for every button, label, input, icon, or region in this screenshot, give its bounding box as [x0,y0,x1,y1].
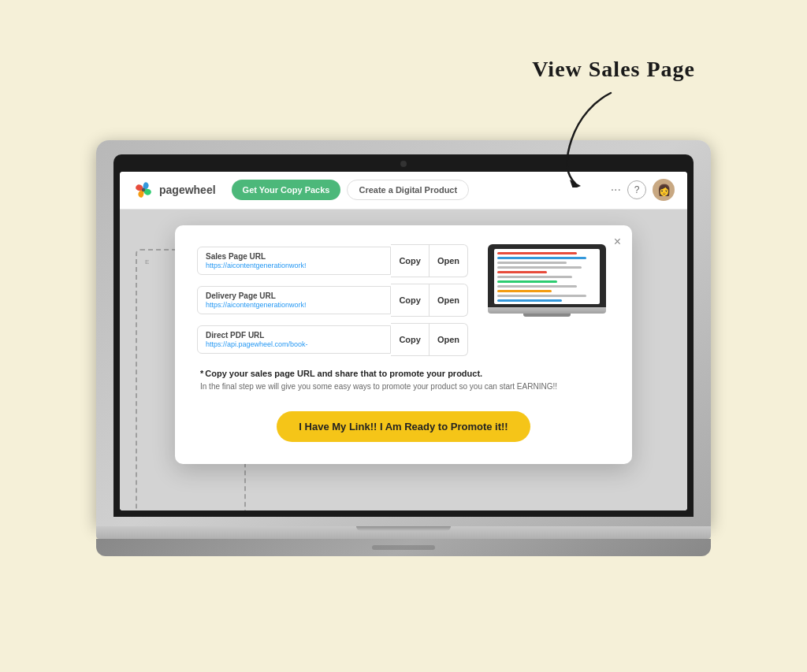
laptop: pagewheel Get Your Copy Packs Create a D… [96,140,711,556]
laptop-base [96,526,711,539]
annotation: View Sales Page [532,57,695,187]
delivery-page-url-box: Delivery Page URL https://aicontentgener… [197,286,391,314]
arrow-icon [532,85,627,187]
info-desc: In the final step we will give you some … [200,381,610,392]
annotation-text: View Sales Page [532,57,695,82]
sales-page-copy-button[interactable]: Copy [391,244,430,277]
sales-page-url-box: Sales Page URL https://aicontentgenerati… [197,247,391,275]
create-product-button[interactable]: Create a Digital Product [347,180,469,200]
sales-page-url: https://aicontentgenerationwork! [206,262,382,269]
logo-area: pagewheel [132,179,216,201]
copy-packs-button[interactable]: Get Your Copy Packs [232,180,341,200]
url-section: Sales Page URL https://aicontentgenerati… [197,244,610,356]
direct-pdf-url-box: Direct PDF URL https://api.pagewheel.com… [197,325,391,354]
sales-page-open-button[interactable]: Open [430,244,468,277]
direct-pdf-copy-button[interactable]: Copy [391,323,430,356]
modal-close-button[interactable]: × [614,235,621,249]
direct-pdf-label: Direct PDF URL [206,331,382,340]
delivery-page-open-button[interactable]: Open [430,284,468,317]
laptop-screen-outer: pagewheel Get Your Copy Packs Create a D… [96,140,711,526]
screen-content: E × [120,210,687,510]
delivery-page-url: https://aicontentgenerationwork! [206,301,382,309]
laptop-screen: pagewheel Get Your Copy Packs Create a D… [120,172,687,510]
logo-text: pagewheel [159,184,216,196]
svg-point-1 [142,188,145,191]
direct-pdf-url: https://api.pagewheel.com/book- [206,340,382,348]
table-row: Delivery Page URL https://aicontentgener… [197,284,468,317]
modal-overlay: × Sales Page URL https://aicontentgenera… [120,210,687,510]
scene: View Sales Page [49,41,758,632]
cta-section: I Have My Link!! I Am Ready to Promote i… [197,411,610,442]
info-title: Copy your sales page URL and share that … [200,369,610,378]
preview-laptop-image [488,244,606,314]
table-row: Sales Page URL https://aicontentgenerati… [197,244,468,277]
svg-marker-0 [570,180,581,187]
delivery-page-label: Delivery Page URL [206,291,382,300]
delivery-page-copy-button[interactable]: Copy [391,284,430,317]
laptop-bezel: pagewheel Get Your Copy Packs Create a D… [113,154,694,517]
laptop-preview [484,244,610,314]
sales-page-label: Sales Page URL [206,252,382,261]
table-row: Direct PDF URL https://api.pagewheel.com… [197,323,468,356]
nav-buttons: Get Your Copy Packs Create a Digital Pro… [232,180,470,200]
direct-pdf-open-button[interactable]: Open [430,323,468,356]
url-rows: Sales Page URL https://aicontentgenerati… [197,244,468,356]
laptop-bottom [96,539,711,556]
modal: × Sales Page URL https://aicontentgenera… [175,225,632,464]
pinwheel-icon [132,179,154,201]
cta-button[interactable]: I Have My Link!! I Am Ready to Promote i… [277,411,530,442]
info-section: Copy your sales page URL and share that … [197,369,610,392]
